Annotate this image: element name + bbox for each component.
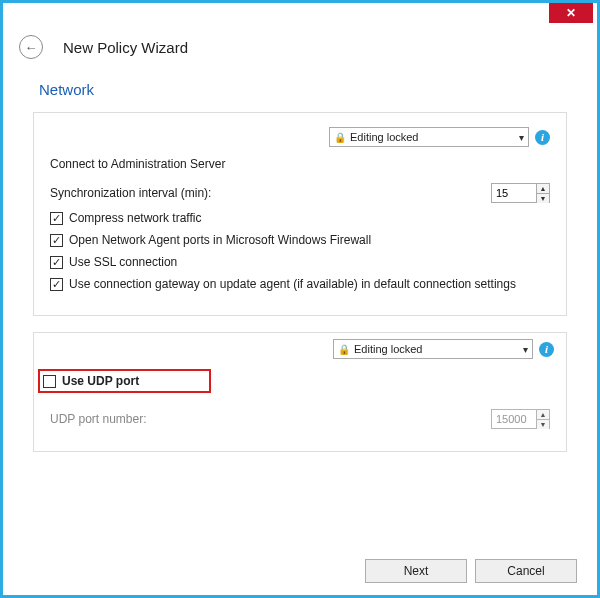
header-row: ← New Policy Wizard <box>3 31 597 63</box>
section-title: Network <box>39 81 597 98</box>
back-icon: ← <box>25 40 38 55</box>
titlebar: ✕ <box>3 3 597 31</box>
close-icon: ✕ <box>566 6 576 20</box>
content-area: 🔒 Editing locked i Connect to Administra… <box>3 112 597 452</box>
highlight-use-udp: Use UDP port <box>38 369 211 393</box>
compress-checkbox[interactable]: ✓ <box>50 212 63 225</box>
gateway-checkbox[interactable]: ✓ <box>50 278 63 291</box>
ssl-label: Use SSL connection <box>69 255 177 269</box>
sync-arrows: ▲ ▼ <box>536 184 549 202</box>
lock-icon: 🔒 <box>334 132 346 143</box>
sync-step-down[interactable]: ▼ <box>537 194 549 203</box>
button-row: Next Cancel <box>365 559 577 583</box>
sync-label: Synchronization interval (min): <box>50 186 211 200</box>
info-icon-1[interactable]: i <box>535 130 550 145</box>
udp-port-row: UDP port number: ▲ ▼ <box>50 409 550 429</box>
use-udp-label: Use UDP port <box>62 374 139 388</box>
firewall-checkbox[interactable]: ✓ <box>50 234 63 247</box>
lock-row-2: 🔒 Editing locked i <box>50 339 554 359</box>
editing-lock-select-1[interactable]: 🔒 Editing locked <box>329 127 529 147</box>
sync-interval-input[interactable] <box>492 184 536 202</box>
editing-lock-select-2[interactable]: 🔒 Editing locked <box>333 339 533 359</box>
panel-udp: 🔒 Editing locked i Use UDP port UDP port… <box>33 332 567 452</box>
udp-step-up[interactable]: ▲ <box>537 410 549 420</box>
back-button[interactable]: ← <box>19 35 43 59</box>
lock-icon: 🔒 <box>338 344 350 355</box>
sync-interval-stepper[interactable]: ▲ ▼ <box>491 183 550 203</box>
compress-label: Compress network traffic <box>69 211 202 225</box>
next-button[interactable]: Next <box>365 559 467 583</box>
editing-lock-label-2: Editing locked <box>354 343 423 355</box>
firewall-label: Open Network Agent ports in Microsoft Wi… <box>69 233 371 247</box>
sync-step-up[interactable]: ▲ <box>537 184 549 194</box>
panel-connection: 🔒 Editing locked i Connect to Administra… <box>33 112 567 316</box>
close-button[interactable]: ✕ <box>549 3 593 23</box>
cancel-button[interactable]: Cancel <box>475 559 577 583</box>
udp-port-stepper[interactable]: ▲ ▼ <box>491 409 550 429</box>
udp-port-input[interactable] <box>492 410 536 428</box>
wizard-window: ✕ ← New Policy Wizard Network 🔒 Editing … <box>0 0 600 598</box>
lock-row-1: 🔒 Editing locked i <box>50 127 550 147</box>
ssl-checkbox[interactable]: ✓ <box>50 256 63 269</box>
udp-port-label: UDP port number: <box>50 412 147 426</box>
info-icon-2[interactable]: i <box>539 342 554 357</box>
use-udp-checkbox[interactable] <box>43 375 56 388</box>
editing-lock-label-1: Editing locked <box>350 131 419 143</box>
udp-step-down[interactable]: ▼ <box>537 420 549 429</box>
sync-row: Synchronization interval (min): ▲ ▼ <box>50 183 550 203</box>
connect-label: Connect to Administration Server <box>50 157 550 171</box>
wizard-title: New Policy Wizard <box>63 39 188 56</box>
gateway-label: Use connection gateway on update agent (… <box>69 277 516 291</box>
udp-arrows: ▲ ▼ <box>536 410 549 428</box>
